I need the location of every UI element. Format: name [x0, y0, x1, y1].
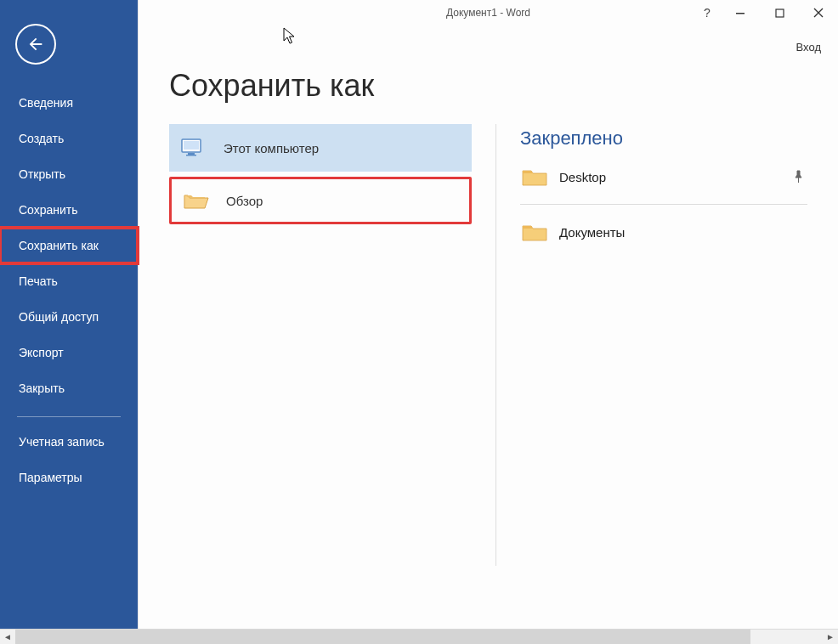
scroll-right-button[interactable]: ►	[823, 630, 838, 645]
sidebar-item-share[interactable]: Общий доступ	[0, 299, 138, 335]
svg-rect-5	[186, 155, 196, 156]
sidebar-item-new[interactable]: Создать	[0, 121, 138, 156]
sidebar-item-export[interactable]: Экспорт	[0, 335, 138, 370]
sidebar-item-account[interactable]: Учетная запись	[0, 424, 138, 460]
back-button[interactable]	[15, 24, 56, 65]
folder-icon	[520, 220, 549, 244]
computer-icon	[179, 136, 208, 160]
save-as-columns: Этот компьютер Обзор	[169, 124, 807, 566]
scroll-track[interactable]	[15, 630, 823, 645]
scroll-left-button[interactable]: ◄	[0, 630, 15, 645]
window-controls: ?	[694, 0, 838, 25]
page-title: Сохранить как	[169, 68, 807, 104]
location-label: Этот компьютер	[224, 141, 319, 155]
svg-rect-1	[776, 9, 784, 17]
titlebar: Документ1 - Word ? Вход	[139, 0, 838, 41]
folder-label: Desktop	[559, 170, 782, 184]
location-browse[interactable]: Обзор	[169, 177, 472, 224]
sidebar-menu: Сведения Создать Открыть Сохранить Сохра…	[0, 85, 138, 495]
minimize-button[interactable]	[721, 0, 760, 25]
maximize-button[interactable]	[760, 0, 799, 25]
arrow-left-icon	[26, 35, 45, 54]
sidebar-item-info[interactable]: Сведения	[0, 85, 138, 121]
sidebar-item-open[interactable]: Открыть	[0, 156, 138, 192]
sidebar-item-print[interactable]: Печать	[0, 263, 138, 299]
sidebar-item-save[interactable]: Сохранить	[0, 192, 138, 228]
content: Сведения Создать Открыть Сохранить Сохра…	[0, 0, 838, 629]
folder-icon	[520, 165, 549, 189]
folder-open-icon	[182, 189, 211, 212]
pin-icon[interactable]	[792, 170, 804, 184]
scroll-thumb[interactable]	[15, 630, 750, 645]
folder-label: Документы	[559, 225, 807, 240]
sidebar-item-close[interactable]: Закрыть	[0, 370, 138, 406]
backstage-sidebar: Сведения Создать Открыть Сохранить Сохра…	[0, 0, 138, 629]
section-divider	[520, 204, 807, 205]
recent-folder-documents[interactable]: Документы	[520, 213, 807, 251]
folders-column: Закреплено Desktop	[520, 124, 807, 566]
sidebar-item-save-as[interactable]: Сохранить как	[0, 228, 138, 263]
main-panel: Документ1 - Word ? Вход	[138, 0, 838, 629]
svg-rect-0	[736, 13, 745, 14]
column-divider	[495, 124, 496, 566]
help-button[interactable]: ?	[694, 0, 721, 25]
sign-in-link[interactable]: Вход	[796, 41, 821, 54]
svg-rect-4	[188, 153, 195, 155]
save-as-page: Сохранить как	[139, 41, 838, 566]
location-this-computer[interactable]: Этот компьютер	[169, 124, 472, 172]
sidebar-item-options[interactable]: Параметры	[0, 460, 138, 495]
app-window: Сведения Создать Открыть Сохранить Сохра…	[0, 0, 838, 644]
close-button[interactable]	[799, 0, 838, 25]
save-locations-list: Этот компьютер Обзор	[169, 124, 472, 566]
minimize-icon	[735, 8, 745, 18]
horizontal-scrollbar[interactable]: ◄ ►	[0, 629, 838, 644]
sidebar-divider	[17, 416, 121, 417]
pinned-heading: Закреплено	[520, 127, 807, 150]
location-label: Обзор	[226, 194, 263, 208]
maximize-icon	[775, 8, 784, 18]
svg-rect-3	[184, 141, 199, 150]
close-icon	[813, 8, 824, 18]
pinned-folder-desktop[interactable]: Desktop	[520, 158, 807, 195]
window-title: Документ1 - Word	[446, 7, 530, 19]
